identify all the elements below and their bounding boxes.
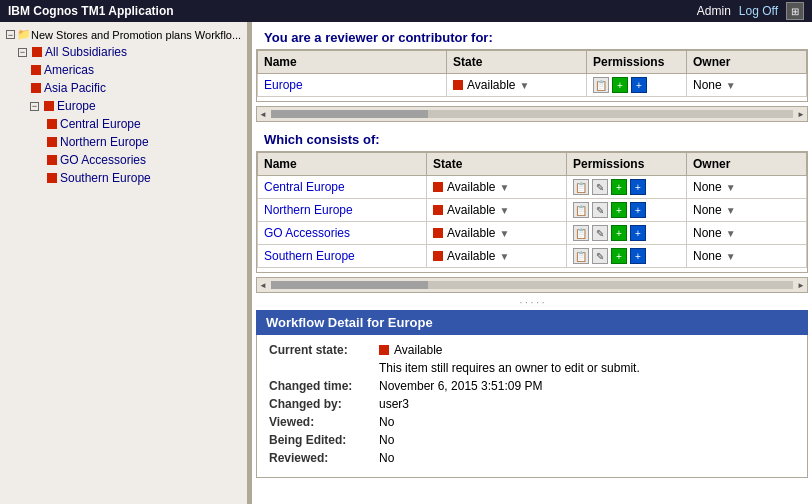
state-dropdown-c1[interactable]: ▼ bbox=[499, 205, 509, 216]
consists-name-cell-0: Central Europe bbox=[258, 176, 427, 199]
consists-name-link-0[interactable]: Central Europe bbox=[264, 180, 345, 194]
wf-current-state-label: Current state: bbox=[269, 343, 379, 357]
owner-dropdown-c2[interactable]: ▼ bbox=[726, 228, 736, 239]
top-bar: IBM Cognos TM1 Application Admin Log Off… bbox=[0, 0, 812, 22]
add-icon-c2[interactable]: + bbox=[611, 225, 627, 241]
pencil-icon-c3[interactable]: ✎ bbox=[592, 248, 608, 264]
pencil-icon-c1[interactable]: ✎ bbox=[592, 202, 608, 218]
consists-owner-cell-2: None ▼ bbox=[687, 222, 807, 245]
scroll-right-1[interactable]: ► bbox=[797, 110, 805, 119]
consists-perms-cell-1: 📋 ✎ + + bbox=[567, 199, 687, 222]
table-row: Southern Europe Available ▼ 📋 ✎ + + None… bbox=[258, 245, 807, 268]
node-icon-americas bbox=[31, 65, 41, 75]
add-icon-1[interactable]: + bbox=[612, 77, 628, 93]
logout-link[interactable]: Log Off bbox=[739, 4, 778, 18]
wf-changed-by-row: Changed by: user3 bbox=[269, 397, 795, 411]
add-icon-c1[interactable]: + bbox=[611, 202, 627, 218]
edit-icon-c1[interactable]: + bbox=[630, 202, 646, 218]
app-icon[interactable]: ⊞ bbox=[786, 2, 804, 20]
pencil-icon-c2[interactable]: ✎ bbox=[592, 225, 608, 241]
workflow-header: Workflow Detail for Europe bbox=[256, 310, 808, 335]
wf-note: This item still requires an owner to edi… bbox=[379, 361, 640, 375]
tree-node-asia-pacific[interactable]: Asia Pacific bbox=[0, 79, 247, 97]
node-icon-central bbox=[47, 119, 57, 129]
table-row: GO Accessories Available ▼ 📋 ✎ + + None … bbox=[258, 222, 807, 245]
owner-dropdown-1[interactable]: ▼ bbox=[726, 80, 736, 91]
status-icon-1 bbox=[453, 80, 463, 90]
state-dropdown-c3[interactable]: ▼ bbox=[499, 251, 509, 262]
reviewer-permissions-cell: 📋 + + bbox=[587, 74, 687, 97]
username: Admin bbox=[697, 4, 731, 18]
owner-dropdown-c1[interactable]: ▼ bbox=[726, 205, 736, 216]
collapse-icon-all[interactable]: − bbox=[18, 48, 27, 57]
node-label-asia: Asia Pacific bbox=[44, 81, 106, 95]
scroll-left-1[interactable]: ◄ bbox=[259, 110, 267, 119]
state-dropdown-1[interactable]: ▼ bbox=[519, 80, 529, 91]
scroll-thumb-1 bbox=[271, 110, 428, 118]
scrollbar-1[interactable]: ◄ ► bbox=[256, 106, 808, 122]
node-label-central: Central Europe bbox=[60, 117, 141, 131]
left-panel: − 📁 New Stores and Promotion plans Workf… bbox=[0, 22, 248, 504]
scroll-left-2[interactable]: ◄ bbox=[259, 281, 267, 290]
tree-node-go-accessories[interactable]: GO Accessories bbox=[0, 151, 247, 169]
wf-changed-time-label: Changed time: bbox=[269, 379, 379, 393]
collapse-icon[interactable]: − bbox=[6, 30, 15, 39]
wf-reviewed-label: Reviewed: bbox=[269, 451, 379, 465]
consists-state-cell-3: Available ▼ bbox=[427, 245, 567, 268]
owner-value-1: None bbox=[693, 78, 722, 92]
state-dropdown-c2[interactable]: ▼ bbox=[499, 228, 509, 239]
owner-dropdown-c3[interactable]: ▼ bbox=[726, 251, 736, 262]
add-icon-c0[interactable]: + bbox=[611, 179, 627, 195]
scroll-bar-2[interactable] bbox=[271, 281, 793, 289]
dots-separator: · · · · · bbox=[252, 295, 812, 310]
state-dropdown-c0[interactable]: ▼ bbox=[499, 182, 509, 193]
status-text-c0: Available bbox=[447, 180, 495, 194]
pencil-icon-c0[interactable]: ✎ bbox=[592, 179, 608, 195]
scroll-right-2[interactable]: ► bbox=[797, 281, 805, 290]
reviewer-name-link[interactable]: Europe bbox=[264, 78, 303, 92]
scrollbar-2[interactable]: ◄ ► bbox=[256, 277, 808, 293]
consists-name-link-1[interactable]: Northern Europe bbox=[264, 203, 353, 217]
consists-perms-cell-2: 📋 ✎ + + bbox=[567, 222, 687, 245]
tree-node-southern-europe[interactable]: Southern Europe bbox=[0, 169, 247, 187]
top-bar-right: Admin Log Off ⊞ bbox=[697, 2, 804, 20]
add-icon-c3[interactable]: + bbox=[611, 248, 627, 264]
status-icon-c3 bbox=[433, 251, 443, 261]
wf-viewed-row: Viewed: No bbox=[269, 415, 795, 429]
edit-icon-1[interactable]: + bbox=[631, 77, 647, 93]
node-icon-europe bbox=[44, 101, 54, 111]
tree-node-northern-europe[interactable]: Northern Europe bbox=[0, 133, 247, 151]
tree-node-all-subsidiaries[interactable]: − All Subsidiaries bbox=[0, 43, 247, 61]
node-label-southern: Southern Europe bbox=[60, 171, 151, 185]
edit-icon-c3[interactable]: + bbox=[630, 248, 646, 264]
consists-table: Name State Permissions Owner Central Eur… bbox=[257, 152, 807, 268]
collapse-icon-europe[interactable]: − bbox=[30, 102, 39, 111]
book-icon-c3[interactable]: 📋 bbox=[573, 248, 589, 264]
book-icon-c0[interactable]: 📋 bbox=[573, 179, 589, 195]
book-icon-c1[interactable]: 📋 bbox=[573, 202, 589, 218]
consists-name-link-2[interactable]: GO Accessories bbox=[264, 226, 350, 240]
col-header-state-1: State bbox=[447, 51, 587, 74]
status-icon-c1 bbox=[433, 205, 443, 215]
owner-dropdown-c0[interactable]: ▼ bbox=[726, 182, 736, 193]
book-icon-c2[interactable]: 📋 bbox=[573, 225, 589, 241]
reviewer-owner-cell: None ▼ bbox=[687, 74, 807, 97]
tree-node-americas[interactable]: Americas bbox=[0, 61, 247, 79]
tree-node-europe[interactable]: − Europe bbox=[0, 97, 247, 115]
wf-current-state-value: Available bbox=[379, 343, 442, 357]
col-header-owner-1: Owner bbox=[687, 51, 807, 74]
scroll-bar-1[interactable] bbox=[271, 110, 793, 118]
consists-name-link-3[interactable]: Southern Europe bbox=[264, 249, 355, 263]
scroll-thumb-2 bbox=[271, 281, 428, 289]
edit-icon-c0[interactable]: + bbox=[630, 179, 646, 195]
table-row: Central Europe Available ▼ 📋 ✎ + + None … bbox=[258, 176, 807, 199]
edit-icon-c2[interactable]: + bbox=[630, 225, 646, 241]
consists-owner-cell-3: None ▼ bbox=[687, 245, 807, 268]
book-icon-1[interactable]: 📋 bbox=[593, 77, 609, 93]
tree-node-central-europe[interactable]: Central Europe bbox=[0, 115, 247, 133]
col-header-state-2: State bbox=[427, 153, 567, 176]
node-icon-northern bbox=[47, 137, 57, 147]
node-label-northern: Northern Europe bbox=[60, 135, 149, 149]
tree-root[interactable]: − 📁 New Stores and Promotion plans Workf… bbox=[0, 26, 247, 43]
wf-note-row: This item still requires an owner to edi… bbox=[269, 361, 795, 375]
